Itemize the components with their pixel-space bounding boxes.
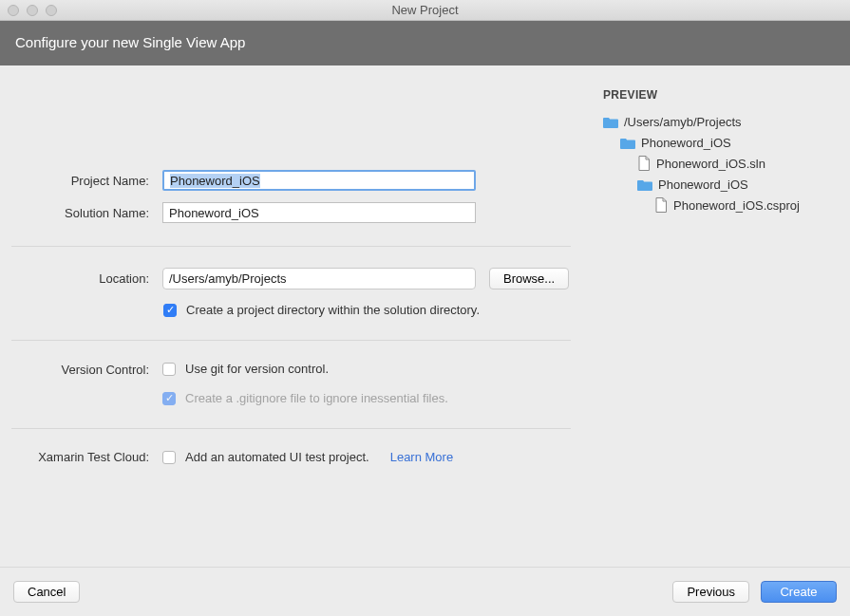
use-git-label: Use git for version control. bbox=[185, 362, 329, 376]
tree-row: Phoneword_iOS bbox=[603, 132, 835, 153]
create-dir-label: Create a project directory within the so… bbox=[186, 303, 480, 317]
tree-label: Phoneword_iOS bbox=[658, 177, 748, 192]
project-name-label: Project Name: bbox=[11, 174, 149, 188]
section-naming: Project Name: Phoneword_iOS Solution Nam… bbox=[11, 170, 571, 247]
project-name-value: Phoneword_iOS bbox=[170, 174, 260, 188]
row-use-git: Use git for version control. bbox=[162, 362, 571, 376]
row-solution-name: Solution Name: bbox=[11, 202, 571, 223]
section-location: Location: Browse... Create a project dir… bbox=[11, 268, 571, 341]
solution-name-label: Solution Name: bbox=[11, 206, 149, 220]
gitignore-checkbox bbox=[162, 392, 176, 405]
folder-icon bbox=[603, 116, 618, 128]
previous-button[interactable]: Previous bbox=[672, 581, 749, 603]
row-project-name: Project Name: Phoneword_iOS bbox=[11, 170, 571, 191]
close-icon[interactable] bbox=[8, 5, 19, 16]
section-test-cloud: Xamarin Test Cloud: Add an automated UI … bbox=[11, 450, 571, 487]
project-name-input[interactable]: Phoneword_iOS bbox=[162, 170, 476, 191]
location-label: Location: bbox=[11, 271, 149, 286]
cancel-button[interactable]: Cancel bbox=[13, 581, 80, 603]
preview-pane: PREVIEW /Users/amyb/Projects Phoneword_i… bbox=[594, 65, 850, 567]
use-git-checkbox[interactable] bbox=[162, 363, 176, 376]
tree-label: Phoneword_iOS.sln bbox=[656, 157, 765, 171]
learn-more-link[interactable]: Learn More bbox=[390, 450, 453, 464]
window-controls bbox=[8, 5, 57, 16]
add-test-checkbox[interactable] bbox=[162, 451, 176, 464]
gitignore-label: Create a .gitignore file to ignore iness… bbox=[185, 391, 448, 405]
folder-icon bbox=[620, 137, 635, 149]
section-version-control: Version Control: Use git for version con… bbox=[11, 362, 571, 429]
solution-name-input[interactable] bbox=[162, 202, 476, 223]
row-gitignore: Create a .gitignore file to ignore iness… bbox=[162, 391, 571, 405]
tree-row: Phoneword_iOS bbox=[603, 174, 835, 195]
tree-label: /Users/amyb/Projects bbox=[624, 115, 742, 129]
folder-icon bbox=[637, 178, 652, 191]
location-input[interactable] bbox=[162, 268, 476, 289]
tree-row: Phoneword_iOS.sln bbox=[603, 153, 835, 174]
titlebar: New Project bbox=[0, 0, 850, 21]
row-create-dir: Create a project directory within the so… bbox=[163, 303, 571, 317]
window-title: New Project bbox=[0, 3, 850, 17]
preview-title: PREVIEW bbox=[603, 88, 835, 102]
create-button[interactable]: Create bbox=[761, 581, 837, 603]
zoom-icon[interactable] bbox=[46, 5, 57, 16]
form-pane: Project Name: Phoneword_iOS Solution Nam… bbox=[0, 65, 594, 567]
tree-row: Phoneword_iOS.csproj bbox=[603, 195, 835, 215]
page-title: Configure your new Single View App bbox=[0, 21, 850, 65]
minimize-icon[interactable] bbox=[27, 5, 38, 16]
row-test-cloud: Xamarin Test Cloud: Add an automated UI … bbox=[11, 450, 571, 464]
tree-label: Phoneword_iOS.csproj bbox=[673, 198, 800, 213]
browse-button[interactable]: Browse... bbox=[489, 268, 569, 289]
test-cloud-label: Xamarin Test Cloud: bbox=[11, 450, 149, 464]
create-dir-checkbox[interactable] bbox=[163, 304, 177, 317]
footer: Cancel Previous Create bbox=[0, 567, 850, 616]
row-vc: Version Control: Use git for version con… bbox=[11, 362, 571, 405]
version-control-label: Version Control: bbox=[11, 362, 149, 377]
file-icon bbox=[637, 156, 651, 171]
tree-label: Phoneword_iOS bbox=[641, 136, 731, 150]
row-location: Location: Browse... bbox=[11, 268, 571, 289]
add-test-label: Add an automated UI test project. bbox=[185, 450, 369, 464]
content-area: Project Name: Phoneword_iOS Solution Nam… bbox=[0, 65, 850, 567]
tree-row: /Users/amyb/Projects bbox=[603, 111, 835, 132]
file-icon bbox=[654, 197, 668, 213]
